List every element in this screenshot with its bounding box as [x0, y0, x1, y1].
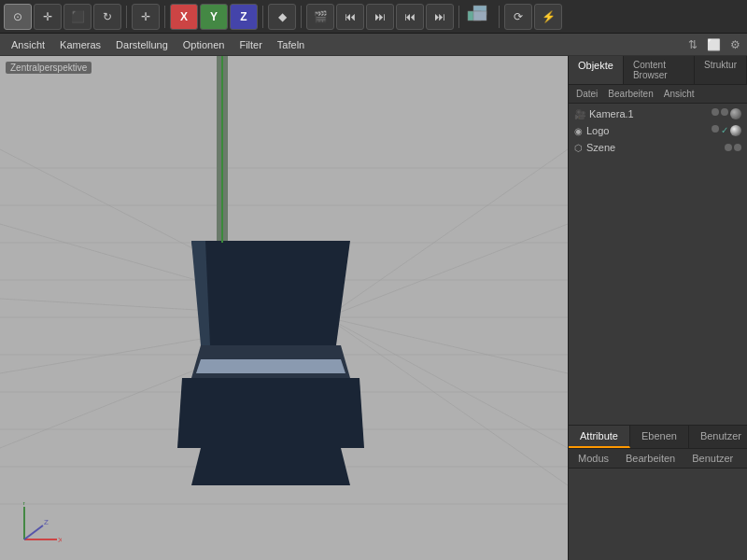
scene-tree: 🎥 Kamera.1 ◉ Logo ✓ ⬡ — [569, 104, 747, 425]
main-area: Zentralperspektive X Y Z Objekte Content… — [0, 56, 747, 560]
sep3 — [262, 6, 263, 28]
tab-content-browser[interactable]: Content Browser — [624, 56, 695, 84]
logo-check: ✓ — [721, 125, 728, 136]
rotation-btn[interactable]: ⟳ — [504, 4, 532, 30]
camera-name: Kamera.1 — [589, 108, 708, 119]
szene-dot2 — [734, 144, 741, 151]
snap-btn[interactable]: ⚡ — [534, 4, 562, 30]
sep5 — [458, 6, 459, 28]
menu-ansicht[interactable]: Ansicht — [4, 37, 52, 52]
logo-controls: ✓ — [712, 125, 741, 136]
camera-ball — [730, 108, 741, 119]
menu-optionen[interactable]: Optionen — [176, 37, 233, 52]
scale-tool-btn[interactable]: ⬛ — [63, 4, 92, 30]
svg-line-19 — [327, 149, 568, 317]
viewport[interactable]: Zentralperspektive X Y Z — [0, 56, 568, 560]
object-mode-btn[interactable]: ◆ — [268, 4, 296, 30]
sub-btn-datei[interactable]: Datei — [572, 88, 601, 100]
attr-benutzer[interactable]: Benutzer — [686, 452, 739, 465]
menu-tafeln[interactable]: Tafeln — [270, 37, 312, 52]
menu-kameras[interactable]: Kameras — [52, 37, 108, 52]
layout-icon[interactable]: ⬜ — [704, 37, 724, 52]
viewport-label: Zentralperspektive — [6, 62, 92, 74]
select-tool-btn[interactable]: ⊙ — [4, 4, 32, 30]
menu-filter[interactable]: Filter — [232, 37, 269, 52]
tab-attribute[interactable]: Attribute — [569, 426, 630, 448]
axis-indicator: X Y Z — [15, 502, 62, 549]
scene-item-logo[interactable]: ◉ Logo ✓ — [571, 122, 745, 139]
camera-dot1 — [712, 108, 719, 116]
film-btn1[interactable]: 🎬 — [306, 4, 334, 30]
sub-btn-bearbeiten[interactable]: Bearbeiten — [604, 88, 656, 100]
menu-icons: ⇅ ⬜ ⚙ — [685, 37, 743, 52]
y-axis-btn[interactable]: Y — [200, 4, 228, 30]
z-axis-btn[interactable]: Z — [230, 4, 258, 30]
sub-btn-ansicht[interactable]: Ansicht — [660, 88, 698, 100]
svg-line-14 — [0, 149, 327, 317]
svg-line-15 — [0, 224, 327, 317]
scene-item-camera[interactable]: 🎥 Kamera.1 — [571, 105, 745, 122]
logo-dot1 — [712, 125, 719, 133]
right-panel: Objekte Content Browser Struktur Datei B… — [568, 56, 747, 560]
svg-line-16 — [0, 299, 327, 317]
tab-benutzer[interactable]: Benutzer — [689, 426, 747, 448]
logo-name: Logo — [586, 125, 708, 136]
svg-text:Y: Y — [21, 502, 27, 507]
szene-dot1 — [725, 144, 732, 151]
scene-item-szene[interactable]: ⬡ Szene — [571, 139, 745, 156]
sep2 — [164, 6, 165, 28]
attr-bearbeiten[interactable]: Bearbeiten — [620, 452, 681, 465]
sep1 — [126, 6, 127, 28]
x-axis-btn[interactable]: X — [170, 4, 198, 30]
szene-controls — [725, 144, 741, 151]
camera-icon: 🎥 — [574, 109, 585, 119]
svg-line-21 — [327, 317, 568, 373]
svg-line-18 — [0, 317, 327, 448]
scene-icon: ⬡ — [574, 143, 583, 153]
film-btn2[interactable]: ⏮ — [336, 4, 364, 30]
tab-ebenen[interactable]: Ebenen — [630, 426, 689, 448]
sep6 — [499, 6, 500, 28]
settings-icon[interactable]: ⚙ — [727, 37, 743, 52]
svg-text:X: X — [58, 536, 62, 544]
add-object-btn[interactable]: ✛ — [132, 4, 160, 30]
svg-rect-2 — [473, 11, 486, 21]
svg-line-17 — [0, 317, 327, 373]
menu-darstellung[interactable]: Darstellung — [108, 37, 176, 52]
film-btn3[interactable]: ⏭ — [366, 4, 394, 30]
attribute-area: Modus Bearbeiten Benutzer — [569, 448, 747, 560]
attr-modus[interactable]: Modus — [572, 452, 614, 465]
svg-rect-24 — [217, 56, 228, 243]
attribute-toolbar: Modus Bearbeiten Benutzer — [569, 449, 747, 469]
svg-rect-3 — [0, 56, 568, 560]
camera-controls — [712, 108, 741, 119]
logo-ball — [730, 125, 741, 136]
panel-sub-toolbar: Datei Bearbeiten Ansicht — [569, 85, 747, 104]
camera-dot2 — [721, 108, 728, 116]
tab-struktur[interactable]: Struktur — [695, 56, 747, 84]
svg-line-22 — [327, 317, 568, 448]
svg-text:Z: Z — [44, 518, 49, 526]
move-tool-btn[interactable]: ✛ — [34, 4, 62, 30]
panel-top-tabs: Objekte Content Browser Struktur — [569, 56, 747, 85]
tab-objekte[interactable]: Objekte — [569, 56, 624, 84]
sync-icon[interactable]: ⇅ — [685, 37, 700, 52]
sep4 — [301, 6, 302, 28]
bottom-panel-tabs: Attribute Ebenen Benutzer — [569, 425, 747, 448]
svg-line-23 — [327, 317, 568, 485]
logo-icon: ◉ — [574, 126, 583, 136]
svg-line-20 — [327, 224, 568, 317]
view-cube[interactable] — [464, 4, 494, 30]
menu-bar: Ansicht Kameras Darstellung Optionen Fil… — [0, 34, 747, 56]
film-btn4[interactable]: ⏮ — [396, 4, 424, 30]
szene-name: Szene — [586, 142, 721, 153]
rotate-tool-btn[interactable]: ↻ — [93, 4, 121, 30]
film-btn5[interactable]: ⏭ — [426, 4, 454, 30]
main-toolbar: ⊙ ✛ ⬛ ↻ ✛ X Y Z ◆ 🎬 ⏮ ⏭ ⏮ ⏭ ⟳ ⚡ — [0, 0, 747, 34]
svg-line-30 — [24, 525, 43, 539]
